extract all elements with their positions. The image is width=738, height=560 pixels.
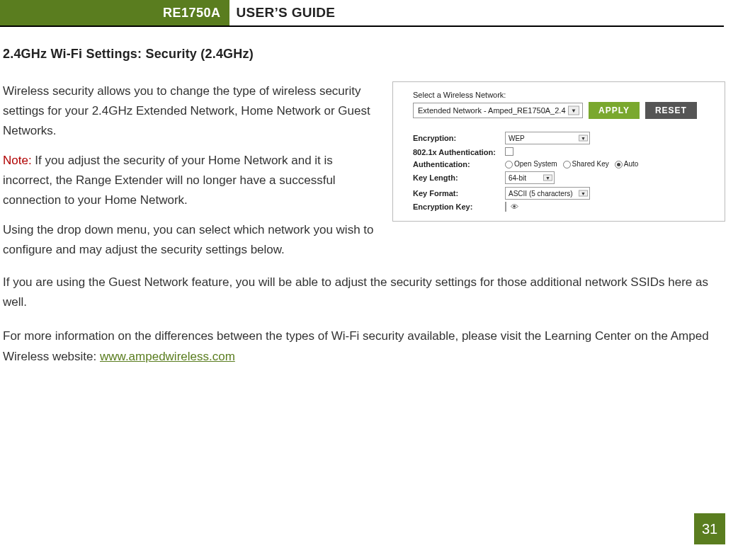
paragraph-intro: Wireless security allows you to change t…	[3, 81, 378, 141]
section-heading: 2.4GHz Wi-Fi Settings: Security (2.4GHz)	[3, 47, 725, 62]
page-number: 31	[694, 513, 725, 544]
dot1x-label: 802.1x Authentication:	[413, 148, 505, 156]
header-title: USER’S GUIDE	[229, 5, 336, 21]
paragraph-note-body: If you adjust the security of your Home …	[3, 154, 336, 207]
paragraph-more-info: For more information on the differences …	[3, 326, 725, 366]
radio-auto[interactable]	[615, 161, 623, 168]
dot1x-checkbox[interactable]	[505, 147, 513, 156]
encryption-label: Encryption:	[413, 134, 505, 142]
key-format-value: ASCII (5 characters)	[509, 190, 573, 198]
encryption-select-value: WEP	[509, 135, 525, 142]
authentication-label: Authentication:	[413, 160, 505, 168]
eye-icon[interactable]: 👁	[511, 202, 518, 211]
page-content: 2.4GHz Wi-Fi Settings: Security (2.4GHz)…	[0, 27, 738, 367]
body-below-text: If you are using the Guest Network featu…	[3, 273, 725, 366]
radio-open-system[interactable]	[505, 161, 513, 168]
key-length-value: 64-bit	[509, 174, 526, 182]
header-band: RE1750A USER’S GUIDE	[0, 0, 724, 27]
key-format-select[interactable]: ASCII (5 characters)	[505, 187, 590, 200]
select-network-label: Select a Wireless Network:	[413, 91, 715, 99]
body-left-column: Wireless security allows you to change t…	[3, 81, 378, 270]
radio-shared-key[interactable]	[563, 161, 571, 168]
amped-wireless-link[interactable]: www.ampedwireless.com	[100, 350, 235, 363]
header-model: RE1750A	[0, 0, 229, 25]
settings-panel-figure: Select a Wireless Network: Extended Netw…	[392, 81, 725, 222]
encryption-key-label: Encryption Key:	[413, 202, 505, 211]
key-length-select[interactable]: 64-bit	[505, 171, 555, 184]
paragraph-dropdown: Using the drop down menu, you can select…	[3, 220, 378, 260]
paragraph-guest-network: If you are using the Guest Network featu…	[3, 273, 725, 312]
radio-auto-label: Auto	[624, 160, 639, 168]
radio-shared-key-label: Shared Key	[572, 160, 609, 168]
apply-button[interactable]: APPLY	[589, 102, 640, 119]
network-select-value: Extended Network - Amped_RE1750A_2.4	[418, 106, 566, 115]
encryption-key-input[interactable]	[505, 202, 506, 212]
note-label: Note:	[3, 154, 32, 167]
authentication-radiogroup: Open System Shared Key Auto	[505, 160, 715, 168]
network-select[interactable]: Extended Network - Amped_RE1750A_2.4	[413, 103, 583, 118]
reset-button[interactable]: RESET	[645, 102, 697, 119]
key-format-label: Key Format:	[413, 189, 505, 198]
encryption-select[interactable]: WEP	[505, 132, 590, 144]
radio-open-system-label: Open System	[514, 160, 557, 168]
paragraph-note: Note: If you adjust the security of your…	[3, 151, 378, 210]
key-length-label: Key Length:	[413, 173, 505, 182]
